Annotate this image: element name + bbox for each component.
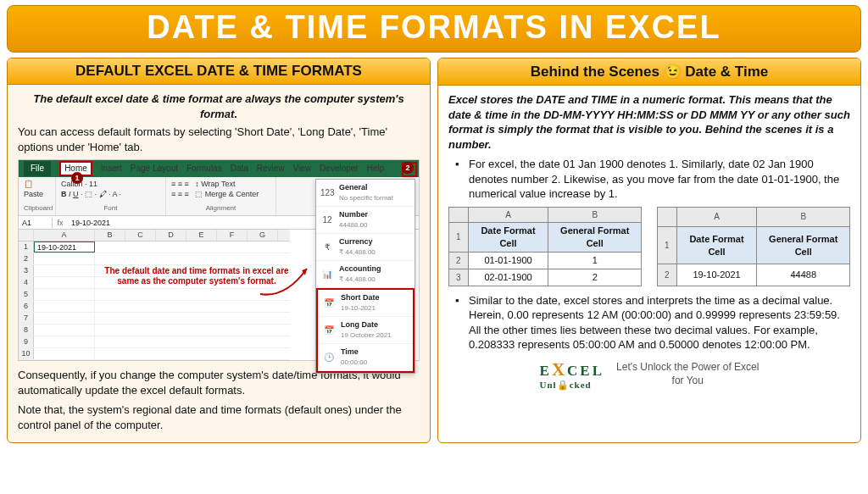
tab-view[interactable]: View (293, 161, 312, 176)
ribbon-group-alignment: ≡ ≡ ≡ ↕ Wrap Text ≡ ≡ ≡ ⬚ Merge & Center… (166, 177, 276, 215)
tab-developer[interactable]: Developer (320, 161, 359, 176)
alignment-label: Alignment (171, 204, 270, 214)
format-option-accounting[interactable]: 📊 Accounting₹ 44,488.00 (316, 261, 415, 288)
left-section-header: DEFAULT EXCEL DATE & TIME FORMATS (8, 58, 430, 85)
currency-icon: ₹ (320, 241, 334, 253)
formula-bar[interactable]: 19-10-2021 (68, 218, 114, 228)
ribbon-group-font: Calibri · 11 B I U · ⬚ · 🖍 · A · Font (56, 177, 166, 215)
left-body: The default excel date & time format are… (8, 85, 430, 442)
font-size-select[interactable]: 11 (89, 180, 97, 188)
font-label: Font (61, 204, 160, 214)
number-format-panel: 123 GeneralNo specific format 12 Number4… (315, 179, 415, 374)
left-access-text: You can access default formats by select… (18, 125, 420, 154)
branding-row: EXCEL Unl🔒cked Let's Unlock the Power of… (448, 358, 850, 391)
brand-subtitle: Unl🔒cked (540, 379, 604, 391)
general-icon: 123 (320, 187, 334, 199)
format-option-time[interactable]: 🕒 Time00:00:00 (318, 344, 413, 371)
table-date-serial-start: AB 1Date Format CellGeneral Format Cell … (448, 207, 642, 286)
tab-page-layout[interactable]: Page Layout (131, 161, 178, 176)
col-header[interactable]: F (217, 230, 248, 241)
content-columns: DEFAULT EXCEL DATE & TIME FORMATS The de… (7, 58, 861, 443)
tab-insert[interactable]: Insert (101, 161, 122, 176)
tab-formulas[interactable]: Formulas (186, 161, 222, 176)
format-sub: No specific format (339, 194, 393, 202)
wrap-text-button[interactable]: Wrap Text (201, 180, 235, 188)
format-option-general[interactable]: 123 GeneralNo specific format (316, 180, 415, 207)
col-header[interactable]: B (95, 230, 125, 241)
format-title: General (339, 182, 393, 192)
tab-help[interactable]: Help (367, 161, 385, 176)
calendar-icon: 📅 (322, 297, 336, 309)
right-body: Excel stores the DATE and TIME in a nume… (438, 86, 860, 397)
col-header[interactable]: C (125, 230, 156, 241)
grid-rows: 119-10-2021 2 3 4 5 6 7 8 9 10 (19, 241, 290, 360)
cell-a1[interactable]: 19-10-2021 (34, 241, 95, 253)
left-intro: The default excel date & time format are… (18, 92, 420, 121)
right-intro: Excel stores the DATE and TIME in a nume… (448, 92, 850, 152)
format-title: Accounting (339, 264, 381, 274)
format-option-long-date[interactable]: 📅 Long Date19 October 2021 (318, 317, 413, 344)
format-sub: 19-10-2021 (341, 304, 376, 312)
format-title: Long Date (341, 319, 392, 330)
right-column: Behind the Scenes 😉 Date & Time Excel st… (437, 58, 861, 443)
col-header[interactable]: D (156, 230, 186, 241)
format-title: Time (341, 347, 367, 357)
format-title: Short Date (341, 292, 380, 303)
clock-icon: 🕒 (322, 352, 336, 364)
annotation-arrow-icon (256, 260, 315, 303)
brand-slogan: Let's Unlock the Power of Excelfor You (616, 361, 759, 387)
page-title: DATE & TIME FORMATS IN EXCEL (7, 5, 861, 53)
bullet-date-serial: For excel, the date 01 Jan 1900 denotes … (459, 157, 850, 202)
format-option-short-date[interactable]: 📅 Short Date19-10-2021 (318, 290, 413, 317)
format-title: Number (339, 209, 368, 219)
col-header[interactable]: E (186, 230, 217, 241)
format-sub: ₹ 44,488.00 (339, 275, 376, 283)
col-header[interactable]: G (248, 230, 278, 241)
paste-label: Paste (24, 190, 43, 198)
name-box[interactable]: A1 (19, 218, 53, 228)
brand-logo: EXCEL Unl🔒cked (540, 358, 604, 391)
example-tables: AB 1Date Format CellGeneral Format Cell … (448, 207, 850, 286)
left-note: Note that, the system's regional date an… (18, 402, 420, 432)
accounting-icon: 📊 (320, 269, 334, 280)
right-section-header: Behind the Scenes 😉 Date & Time (438, 58, 860, 86)
format-sub: 00:00:00 (341, 358, 367, 366)
excel-screenshot: 1 2 ▾ File Home Insert Page Layout Formu… (18, 159, 420, 361)
column-headers: A B C D E F G (19, 230, 290, 241)
fx-icon[interactable]: fx (53, 218, 68, 228)
format-sub: 19 October 2021 (341, 331, 392, 339)
ribbon-group-clipboard: 📋Paste Clipboard (19, 177, 56, 215)
format-option-currency[interactable]: ₹ Currency₹ 44,488.00 (316, 234, 415, 261)
paste-button[interactable]: 📋Paste (24, 179, 50, 199)
left-column: DEFAULT EXCEL DATE & TIME FORMATS The de… (7, 58, 431, 443)
merge-center-button[interactable]: Merge & Center (205, 190, 259, 198)
number-icon: 12 (320, 214, 334, 226)
format-title: Currency (339, 236, 376, 247)
tab-review[interactable]: Review (257, 161, 285, 176)
format-sub: 44488.00 (339, 221, 367, 229)
calendar-icon: 📅 (322, 325, 336, 336)
format-sub: ₹ 44,488.00 (339, 248, 376, 256)
tab-file[interactable]: File (24, 161, 51, 176)
col-header[interactable]: A (34, 230, 95, 241)
bullet-time-decimal: Similar to the date, excel stores and in… (459, 293, 850, 352)
clipboard-label: Clipboard (24, 204, 50, 214)
format-option-number[interactable]: 12 Number44488.00 (316, 207, 415, 234)
tab-data[interactable]: Data (231, 161, 248, 176)
table-date-serial-today: AB 1Date Format CellGeneral Format Cell … (657, 207, 850, 286)
